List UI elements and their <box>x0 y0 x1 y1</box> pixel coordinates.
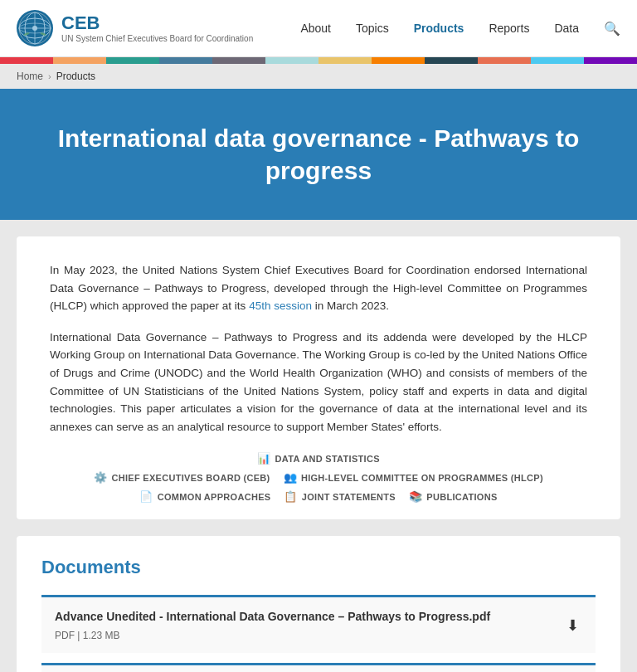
logo-subtitle: UN System Chief Executives Board for Coo… <box>61 34 253 43</box>
tag-joint-statements[interactable]: 📋 JOINT STATEMENTS <box>284 490 396 503</box>
breadcrumb-separator: › <box>48 71 51 81</box>
nav-reports[interactable]: Reports <box>489 22 529 35</box>
main-nav: About Topics Products Reports Data 🔍 <box>300 21 620 37</box>
download-icon-0[interactable]: ⬇ <box>563 613 582 638</box>
doc-name-0: Advance Unedited - International Data Go… <box>55 609 563 626</box>
gear-icon: ⚙️ <box>94 471 107 484</box>
content-card: In May 2023, the United Nations System C… <box>17 236 620 519</box>
documents-section: Documents Advance Unedited - Internation… <box>17 536 620 672</box>
breadcrumb-home[interactable]: Home <box>17 71 43 82</box>
breadcrumb-current: Products <box>56 71 95 82</box>
logo-text: CEB UN System Chief Executives Board for… <box>61 13 253 42</box>
tag-common-approaches[interactable]: 📄 COMMON APPROACHES <box>139 490 270 503</box>
tags-row-2: ⚙️ CHIEF EXECUTIVES BOARD (CEB) 👥 HIGH-L… <box>94 471 543 484</box>
tag-data-statistics[interactable]: 📊 DATA AND STATISTICS <box>257 452 380 465</box>
search-icon[interactable]: 🔍 <box>604 21 620 37</box>
svg-point-6 <box>32 26 37 31</box>
nav-topics[interactable]: Topics <box>356 22 389 35</box>
hero-section: International data governance - Pathways… <box>0 89 637 220</box>
group-icon: 👥 <box>284 471 297 484</box>
chart-icon: 📊 <box>257 452 270 465</box>
site-header: CEB UN System Chief Executives Board for… <box>0 0 637 57</box>
nav-about[interactable]: About <box>300 22 331 35</box>
tags-row-3: 📄 COMMON APPROACHES 📋 JOINT STATEMENTS 📚… <box>139 490 497 503</box>
document-item-1[interactable]: Annex 1 – Mapping and Comparing Data Gov… <box>41 663 596 672</box>
color-bar <box>0 57 637 64</box>
main-wrapper: In May 2023, the United Nations System C… <box>0 220 637 672</box>
nav-products[interactable]: Products <box>414 22 464 35</box>
tag-hlcp[interactable]: 👥 HIGH-LEVEL COMMITTEE ON PROGRAMMES (HL… <box>284 471 543 484</box>
document-item-0[interactable]: Advance Unedited - International Data Go… <box>41 595 596 653</box>
doc-meta-0: PDF | 1.23 MB <box>55 630 563 641</box>
session-link[interactable]: 45th session <box>249 299 312 312</box>
documents-title: Documents <box>41 557 596 578</box>
paragraph-1: In May 2023, the United Nations System C… <box>50 261 587 315</box>
doc-icon2: 📋 <box>284 490 297 503</box>
doc-info-0: Advance Unedited - International Data Go… <box>55 609 563 641</box>
tags-section: 📊 DATA AND STATISTICS ⚙️ CHIEF EXECUTIVE… <box>50 452 587 503</box>
paragraph-2: International Data Governance – Pathways… <box>50 329 587 436</box>
nav-data[interactable]: Data <box>554 22 579 35</box>
un-logo <box>17 10 53 46</box>
pub-icon: 📚 <box>409 490 422 503</box>
breadcrumb: Home › Products <box>0 64 637 89</box>
doc-icon: 📄 <box>139 490 153 503</box>
tags-row-1: 📊 DATA AND STATISTICS <box>257 452 380 465</box>
hero-title: International data governance - Pathways… <box>25 122 612 187</box>
logo-area: CEB UN System Chief Executives Board for… <box>17 10 253 46</box>
logo-title: CEB <box>61 13 253 33</box>
tag-ceb[interactable]: ⚙️ CHIEF EXECUTIVES BOARD (CEB) <box>94 471 270 484</box>
tag-publications[interactable]: 📚 PUBLICATIONS <box>409 490 498 503</box>
